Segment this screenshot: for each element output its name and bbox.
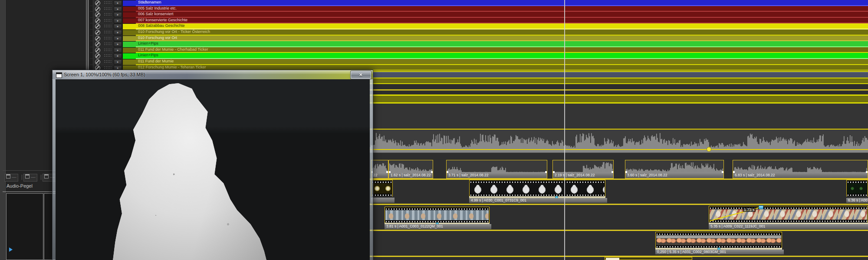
track-bar[interactable]: 010 Forschung vor Ort - Ticker Österreic… bbox=[136, 29, 868, 36]
close-button[interactable]: ✕ bbox=[351, 71, 371, 79]
drag-grip[interactable] bbox=[104, 1, 112, 4]
expand-button[interactable]: ▸ bbox=[114, 36, 122, 41]
fade-handle-icon[interactable] bbox=[759, 205, 763, 209]
track-bar[interactable]: 008 Salzabbau Geschichte bbox=[136, 23, 868, 29]
panel-icon bbox=[25, 174, 30, 179]
track-bar[interactable]: Linien+Pips bbox=[136, 53, 868, 59]
window-border bbox=[52, 79, 56, 260]
video-clip[interactable] bbox=[371, 180, 393, 196]
preview-window-titlebar[interactable]: Screen 1, 100%/100% (60 fps, 33 MB) ✕ bbox=[52, 70, 373, 79]
mute-icon[interactable] bbox=[95, 6, 100, 12]
preview-video bbox=[56, 79, 370, 260]
track-color-swatch[interactable] bbox=[122, 53, 136, 59]
track-color-swatch[interactable] bbox=[122, 23, 136, 30]
expand-button[interactable]: ▸ bbox=[114, 18, 122, 23]
track-row: ▸ 010 Forschung vor Ort - Ticker Österre… bbox=[89, 29, 868, 36]
video-clip[interactable] bbox=[655, 232, 782, 248]
drag-grip[interactable] bbox=[104, 25, 112, 28]
clip-label: 4.99 s | A030_C001_0731C9_001 bbox=[469, 198, 607, 203]
drag-grip[interactable] bbox=[104, 13, 112, 16]
track-label: Linien+Pips bbox=[138, 53, 158, 57]
track-row: ▸ Linien+Pips bbox=[89, 41, 868, 47]
mute-icon[interactable] bbox=[95, 59, 100, 65]
expand-button[interactable]: ▸ bbox=[114, 24, 122, 29]
track-color-swatch[interactable] bbox=[122, 47, 136, 54]
track-row: ▸ Linien+Pips bbox=[89, 53, 868, 59]
drag-grip[interactable] bbox=[104, 54, 112, 57]
app-root: ▸ Städtenamen ▸ 005 Salz Industrie etc. … bbox=[0, 0, 868, 260]
expand-button[interactable]: ▸ bbox=[114, 42, 122, 47]
meter-play-indicator-icon bbox=[9, 247, 13, 252]
track-bar[interactable]: 006 Salz konserviert bbox=[136, 12, 868, 18]
track-row: ▸ 010 Forschung vor Ort bbox=[89, 36, 868, 42]
track-color-swatch[interactable] bbox=[122, 18, 136, 24]
track-label: 012 Forschung Mumie - Teheran Ticker bbox=[138, 65, 206, 69]
track-color-swatch[interactable] bbox=[122, 59, 136, 65]
expand-button[interactable]: ▸ bbox=[114, 12, 122, 17]
track-bar[interactable]: 005 Salz Industrie etc. bbox=[136, 6, 868, 12]
drag-grip[interactable] bbox=[104, 31, 112, 34]
track-color-swatch[interactable] bbox=[122, 12, 136, 18]
track-row: ▸ Städtenamen bbox=[89, 0, 868, 6]
expand-button[interactable]: ▸ bbox=[114, 59, 122, 65]
audio-clip[interactable]: 6.83 s | salz_2014.08.22 bbox=[733, 160, 868, 179]
fade-in-line[interactable] bbox=[709, 206, 765, 222]
clip-label: 3.60 s | salz_2014.08.22 bbox=[625, 172, 723, 178]
track-label: 010 Forschung vor Ort bbox=[138, 36, 177, 40]
mute-icon[interactable] bbox=[95, 48, 100, 53]
expand-button[interactable]: ▸ bbox=[114, 0, 122, 6]
track-label: 006 Salz konserviert bbox=[138, 12, 174, 16]
drag-grip[interactable] bbox=[104, 60, 112, 63]
playhead[interactable] bbox=[564, 0, 565, 260]
mute-icon[interactable] bbox=[95, 18, 100, 23]
tab-label: ---- bbox=[12, 175, 16, 179]
meter-tab[interactable]: ---- bbox=[23, 174, 37, 182]
window-title: Screen 1, 100%/100% (60 fps, 33 MB) bbox=[64, 72, 145, 77]
audio-clip[interactable]: 1.62 s | salz_2014.08.22 bbox=[388, 160, 433, 179]
video-clip[interactable] bbox=[385, 207, 490, 223]
audio-clip[interactable]: 3.71 s | salz_2014.08.22 bbox=[446, 160, 547, 179]
drag-grip[interactable] bbox=[104, 7, 112, 10]
clip-label: 0,250 | 5.35 s | A031_C002_0803GM_001 bbox=[655, 250, 784, 255]
track-color-swatch[interactable] bbox=[122, 36, 136, 42]
track-bar[interactable]: 011 Fund der Mumie - Cherhabad Ticker bbox=[136, 47, 868, 53]
mute-icon[interactable] bbox=[95, 30, 100, 35]
window-icon bbox=[56, 72, 62, 78]
track-color-swatch[interactable] bbox=[122, 0, 136, 6]
audio-clip[interactable]: 3.60 s | salz_2014.08.22 bbox=[625, 160, 724, 179]
drag-grip[interactable] bbox=[104, 19, 112, 22]
video-clip[interactable] bbox=[846, 180, 868, 196]
drag-grip[interactable] bbox=[104, 66, 112, 69]
track-color-swatch[interactable] bbox=[122, 29, 136, 36]
expand-button[interactable]: ▸ bbox=[114, 53, 122, 58]
track-row: ▸ 005 Salz Industrie etc. bbox=[89, 6, 868, 12]
track-bar[interactable]: 007 konservierte Geschichte bbox=[136, 18, 868, 24]
audio-meter-title: Audio-Pegel bbox=[7, 183, 33, 188]
video-clip[interactable] bbox=[469, 180, 605, 196]
tab-label: ---- bbox=[31, 175, 36, 179]
track-bar[interactable]: Städtenamen bbox=[136, 0, 868, 6]
drag-grip[interactable] bbox=[104, 37, 112, 40]
track-bar[interactable]: 011 Fund der Mumie bbox=[136, 59, 868, 65]
track-label: 010 Forschung vor Ort - Ticker Österreic… bbox=[138, 29, 210, 34]
mute-icon[interactable] bbox=[95, 0, 100, 6]
track-bar[interactable]: 010 Forschung vor Ort bbox=[136, 36, 868, 42]
mute-icon[interactable] bbox=[95, 36, 100, 41]
clip-label: 1.62 s | salz_2014.08.22 bbox=[389, 172, 433, 178]
track-color-swatch[interactable] bbox=[122, 41, 136, 48]
drag-grip[interactable] bbox=[104, 49, 112, 52]
audio-clip[interactable]: 22 bbox=[371, 160, 388, 179]
clip-label: 2.19 s | salz_2014.08.22 bbox=[553, 172, 613, 178]
expand-button[interactable]: ▸ bbox=[114, 30, 122, 35]
window-border bbox=[370, 79, 373, 260]
expand-button[interactable]: ▸ bbox=[114, 48, 122, 53]
meter-tab[interactable]: ---- bbox=[4, 174, 18, 182]
drag-grip[interactable] bbox=[104, 42, 112, 46]
video-clip[interactable] bbox=[605, 257, 692, 260]
track-bar[interactable]: Linien+Pips bbox=[136, 41, 868, 47]
track-label: 008 Salzabbau Geschichte bbox=[138, 23, 185, 28]
volume-keyframe-dot[interactable] bbox=[707, 147, 711, 152]
track-color-swatch[interactable] bbox=[122, 6, 136, 13]
expand-button[interactable]: ▸ bbox=[114, 6, 122, 12]
audio-clip[interactable]: 2.19 s | salz_2014.08.22 bbox=[552, 160, 614, 179]
